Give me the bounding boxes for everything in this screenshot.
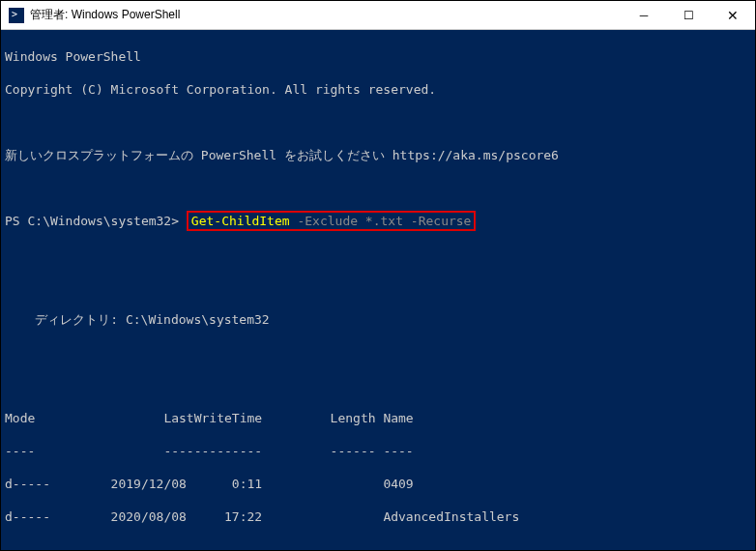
close-button[interactable]: ✕ xyxy=(711,1,755,30)
blank-line xyxy=(1,377,755,393)
maximize-button[interactable]: ☐ xyxy=(666,1,711,30)
blank-line xyxy=(1,180,755,196)
blank-line xyxy=(1,541,755,550)
banner-line: Windows PowerShell xyxy=(1,48,755,65)
titlebar: 管理者: Windows PowerShell ─ ☐ ✕ xyxy=(1,1,755,30)
prompt-text: PS C:\Windows\system32> xyxy=(5,214,179,228)
table-row: d----- 2020/08/08 17:22 AdvancedInstalle… xyxy=(1,508,755,525)
column-headers: Mode LastWriteTime Length Name xyxy=(1,410,755,426)
window-controls: ─ ☐ ✕ xyxy=(622,1,755,30)
command-highlight-box: Get-ChildItem -Exclude *.txt -Recurse xyxy=(187,211,477,231)
minimize-button[interactable]: ─ xyxy=(622,1,666,30)
blank-line xyxy=(1,114,755,130)
cmdlet-flags: -Exclude *.txt -Recurse xyxy=(290,214,472,228)
directory-header: ディレクトリ: C:\Windows\system32 xyxy=(1,311,755,328)
column-underline: ---- ------------- ------ ---- xyxy=(1,443,755,459)
powershell-icon xyxy=(9,8,24,23)
try-pscore-line: 新しいクロスプラットフォームの PowerShell をお試しください http… xyxy=(1,147,755,163)
terminal-output[interactable]: Windows PowerShell Copyright (C) Microso… xyxy=(1,30,755,550)
prompt-line: PS C:\Windows\system32> Get-ChildItem -E… xyxy=(1,213,755,229)
table-row: d----- 2019/12/08 0:11 0409 xyxy=(1,476,755,492)
blank-line xyxy=(1,246,755,262)
blank-line xyxy=(1,278,755,295)
cmdlet-name: Get-ChildItem xyxy=(191,214,290,228)
window-title: 管理者: Windows PowerShell xyxy=(30,7,622,23)
copyright-line: Copyright (C) Microsoft Corporation. All… xyxy=(1,81,755,98)
blank-line xyxy=(1,344,755,361)
